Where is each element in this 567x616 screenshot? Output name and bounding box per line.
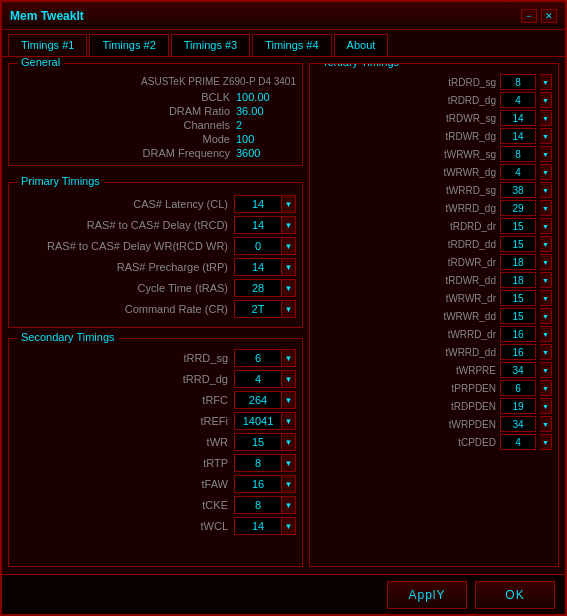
tertiary-input-20[interactable]: [500, 434, 536, 450]
trcdwr-label: RAS# to CAS# Delay WR(tRCD WR): [15, 240, 234, 252]
tertiary-input-0[interactable]: [500, 74, 536, 90]
tertiary-input-14[interactable]: [500, 326, 536, 342]
tfaw-input[interactable]: [234, 475, 282, 493]
tab-timings4[interactable]: Timings #4: [252, 34, 331, 56]
cr-input[interactable]: [234, 300, 282, 318]
tras-dropdown[interactable]: ▼: [282, 279, 296, 297]
tertiary-input-13[interactable]: [500, 308, 536, 324]
tertiary-input-4[interactable]: [500, 146, 536, 162]
trcd-dropdown[interactable]: ▼: [282, 216, 296, 234]
cr-control: ▼: [234, 300, 296, 318]
trp-input[interactable]: [234, 258, 282, 276]
tertiary-dropdown-4[interactable]: ▼: [540, 146, 552, 162]
cl-dropdown[interactable]: ▼: [282, 195, 296, 213]
twr-input[interactable]: [234, 433, 282, 451]
tertiary-dropdown-12[interactable]: ▼: [540, 290, 552, 306]
tras-input[interactable]: [234, 279, 282, 297]
trrd-sg-input[interactable]: [234, 349, 282, 367]
tertiary-dropdown-0[interactable]: ▼: [540, 74, 552, 90]
tcke-dropdown[interactable]: ▼: [282, 496, 296, 514]
tertiary-input-15[interactable]: [500, 344, 536, 360]
tertiary-dropdown-1[interactable]: ▼: [540, 92, 552, 108]
cl-input[interactable]: [234, 195, 282, 213]
tertiary-dropdown-3[interactable]: ▼: [540, 128, 552, 144]
trtp-input[interactable]: [234, 454, 282, 472]
ok-button[interactable]: OK: [475, 581, 555, 609]
trp-dropdown[interactable]: ▼: [282, 258, 296, 276]
tertiary-dropdown-15[interactable]: ▼: [540, 344, 552, 360]
tertiary-input-16[interactable]: [500, 362, 536, 378]
tertiary-row-14: tWRRD_dr ▼: [316, 326, 552, 342]
tertiary-dropdown-20[interactable]: ▼: [540, 434, 552, 450]
tertiary-input-2[interactable]: [500, 110, 536, 126]
tertiary-input-8[interactable]: [500, 218, 536, 234]
trrd-sg-dropdown[interactable]: ▼: [282, 349, 296, 367]
twcl-dropdown[interactable]: ▼: [282, 517, 296, 535]
tertiary-dropdown-13[interactable]: ▼: [540, 308, 552, 324]
trefi-input[interactable]: [234, 412, 282, 430]
trrd-dg-input[interactable]: [234, 370, 282, 388]
tertiary-input-9[interactable]: [500, 236, 536, 252]
tfaw-dropdown[interactable]: ▼: [282, 475, 296, 493]
close-button[interactable]: ✕: [541, 9, 557, 23]
tab-timings2[interactable]: Timings #2: [89, 34, 168, 56]
tertiary-input-19[interactable]: [500, 416, 536, 432]
tab-about[interactable]: About: [334, 34, 389, 56]
tertiary-dropdown-9[interactable]: ▼: [540, 236, 552, 252]
tertiary-input-6[interactable]: [500, 182, 536, 198]
tertiary-input-12[interactable]: [500, 290, 536, 306]
tertiary-dropdown-6[interactable]: ▼: [540, 182, 552, 198]
tertiary-label-11: tRDWR_dd: [416, 275, 496, 286]
left-panel: General ASUSTeK PRIME Z690-P D4 3401 BCL…: [8, 63, 303, 567]
tertiary-input-1[interactable]: [500, 92, 536, 108]
trcdwr-dropdown[interactable]: ▼: [282, 237, 296, 255]
tertiary-input-17[interactable]: [500, 380, 536, 396]
twcl-input[interactable]: [234, 517, 282, 535]
tertiary-input-18[interactable]: [500, 398, 536, 414]
tertiary-label-1: tRDRD_dg: [416, 95, 496, 106]
dram-ratio-value: 36.00: [236, 105, 296, 117]
tertiary-label-9: tRDRD_dd: [416, 239, 496, 250]
tertiary-input-3[interactable]: [500, 128, 536, 144]
cr-dropdown[interactable]: ▼: [282, 300, 296, 318]
mode-label: Mode: [202, 133, 230, 145]
tertiary-dropdown-11[interactable]: ▼: [540, 272, 552, 288]
trefi-dropdown[interactable]: ▼: [282, 412, 296, 430]
tab-timings3[interactable]: Timings #3: [171, 34, 250, 56]
tertiary-dropdown-17[interactable]: ▼: [540, 380, 552, 396]
tertiary-input-5[interactable]: [500, 164, 536, 180]
tertiary-input-7[interactable]: [500, 200, 536, 216]
dram-freq-value: 3600: [236, 147, 296, 159]
tertiary-input-10[interactable]: [500, 254, 536, 270]
trfc-input[interactable]: [234, 391, 282, 409]
tertiary-dropdown-7[interactable]: ▼: [540, 200, 552, 216]
twcl-control: ▼: [234, 517, 296, 535]
trcd-row: RAS# to CAS# Delay (tRCD) ▼: [15, 216, 296, 234]
tfaw-label: tFAW: [15, 478, 234, 490]
tab-timings1[interactable]: Timings #1: [8, 34, 87, 56]
tras-control: ▼: [234, 279, 296, 297]
dram-freq-row: DRAM Frequency 3600: [15, 147, 296, 159]
tertiary-input-11[interactable]: [500, 272, 536, 288]
trfc-dropdown[interactable]: ▼: [282, 391, 296, 409]
tertiary-dropdown-19[interactable]: ▼: [540, 416, 552, 432]
apply-button[interactable]: ApplY: [387, 581, 467, 609]
trcd-input[interactable]: [234, 216, 282, 234]
minimize-button[interactable]: −: [521, 9, 537, 23]
tertiary-row-4: tWRWR_sg ▼: [316, 146, 552, 162]
tertiary-label-4: tWRWR_sg: [416, 149, 496, 160]
tertiary-dropdown-8[interactable]: ▼: [540, 218, 552, 234]
trtp-dropdown[interactable]: ▼: [282, 454, 296, 472]
tertiary-dropdown-10[interactable]: ▼: [540, 254, 552, 270]
tertiary-dropdown-18[interactable]: ▼: [540, 398, 552, 414]
tertiary-dropdown-5[interactable]: ▼: [540, 164, 552, 180]
trcdwr-input[interactable]: [234, 237, 282, 255]
tertiary-dropdown-16[interactable]: ▼: [540, 362, 552, 378]
twr-dropdown[interactable]: ▼: [282, 433, 296, 451]
tertiary-dropdown-2[interactable]: ▼: [540, 110, 552, 126]
tertiary-dropdown-14[interactable]: ▼: [540, 326, 552, 342]
tertiary-label-3: tRDWR_dg: [416, 131, 496, 142]
dram-freq-label: DRAM Frequency: [143, 147, 230, 159]
trrd-dg-dropdown[interactable]: ▼: [282, 370, 296, 388]
tcke-input[interactable]: [234, 496, 282, 514]
